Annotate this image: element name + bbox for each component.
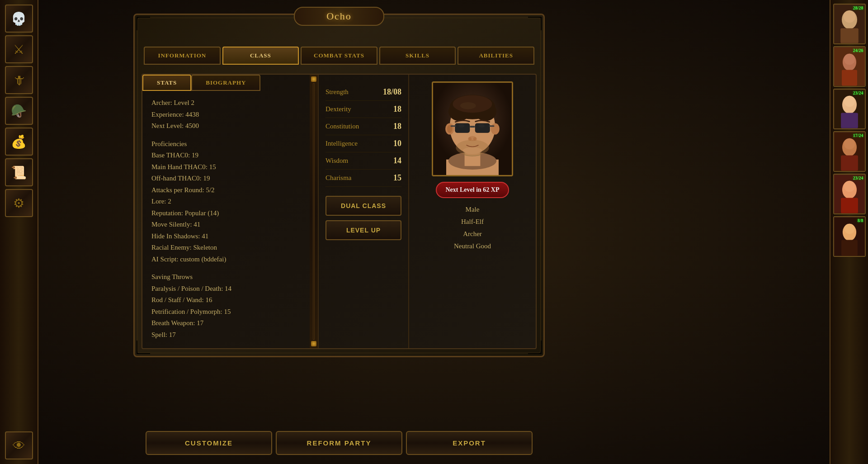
svg-rect-11 [841, 113, 858, 128]
party-slot-6[interactable]: 8/8 [833, 216, 866, 257]
petrification: Petrification / Polymorph: 15 [151, 306, 309, 318]
bottom-bar: CUSTOMIZE REFORM PARTY EXPORT [133, 431, 545, 455]
content-area: STATS BIOGRAPHY Archer: Level 2 Experien… [142, 74, 537, 349]
dual-class-button[interactable]: DUAL CLASS [326, 196, 401, 216]
svg-point-14 [844, 138, 855, 150]
svg-rect-46 [451, 125, 456, 127]
lore: Lore: 2 [151, 196, 309, 208]
stats-panel: Archer: Level 2 Experience: 4438 Next Le… [142, 75, 319, 348]
sub-tab-biography[interactable]: BIOGRAPHY [191, 75, 260, 91]
next-level: Next Level: 4500 [151, 120, 309, 132]
tab-bar: INFORMATION CLASS COMBAT STATS SKILLS AB… [144, 47, 534, 65]
attacks: Attacks per Round: 5/2 [151, 185, 309, 196]
swords-icon: ⚔ [13, 42, 24, 57]
tab-skills[interactable]: SKILLS [379, 47, 456, 65]
sidebar-skull-btn[interactable]: 💀 [5, 5, 33, 33]
svg-point-48 [458, 124, 465, 128]
attr-constitution-value: 18 [393, 122, 401, 131]
paralysis: Paralysis / Poison / Death: 14 [151, 283, 309, 295]
main-thac0: Main Hand THAC0: 15 [151, 161, 309, 173]
char-alignment: Neutral Good [454, 240, 491, 252]
svg-rect-23 [841, 240, 858, 256]
attr-wisdom-value: 14 [393, 156, 401, 166]
gear-icon: ⚙ [13, 196, 24, 211]
party-slot-5[interactable]: 23/24 [833, 174, 866, 214]
portrait-panel: Next Level in 62 XP Male Half-Elf Archer… [409, 75, 536, 348]
character-info: Male Half-Elf Archer Neutral Good [454, 204, 491, 252]
svg-rect-15 [841, 156, 858, 171]
sidebar-treasure-btn[interactable]: 💰 [5, 128, 33, 156]
attr-intelligence-label: Intelligence [326, 140, 358, 147]
export-button[interactable]: EXPORT [406, 431, 533, 455]
customize-button[interactable]: CUSTOMIZE [146, 431, 272, 455]
main-panel: Ocho INFORMATION CLASS COMBAT STATS SKIL… [133, 14, 545, 357]
attr-intelligence-value: 10 [393, 139, 401, 148]
sidebar-helm-btn[interactable]: 🪖 [5, 97, 33, 125]
dagger-icon: 🗡 [13, 73, 25, 88]
attr-dexterity-label: Dexterity [326, 105, 351, 113]
eye-icon: 👁 [13, 438, 25, 453]
helm-icon: 🪖 [11, 104, 27, 118]
left-sidebar: 💀 ⚔ 🗡 🪖 💰 📜 ⚙ 👁 [0, 0, 38, 464]
svg-rect-3 [840, 28, 859, 43]
svg-point-49 [479, 124, 485, 128]
sidebar-swords-btn[interactable]: ⚔ [5, 35, 33, 63]
svg-point-10 [844, 96, 855, 107]
tab-abilities[interactable]: ABILITIES [458, 47, 534, 65]
attr-intelligence: Intelligence 10 [326, 135, 401, 152]
reform-party-button[interactable]: REFORM PARTY [276, 431, 402, 455]
scroll-gem-bottom [311, 341, 316, 346]
experience: Experience: 4438 [151, 109, 309, 121]
party-slot-4[interactable]: 17/24 [833, 131, 866, 172]
right-sidebar: 28/28 24/26 23/24 [830, 0, 868, 464]
attr-charisma-label: Charisma [326, 174, 352, 182]
svg-point-22 [844, 224, 854, 234]
racial-enemy: Racial Enemy: Skeleton [151, 242, 309, 254]
tab-class[interactable]: CLASS [222, 47, 299, 65]
character-name: Ocho [326, 10, 352, 22]
scroll-bar[interactable] [310, 75, 318, 348]
scroll-gem-top [311, 76, 316, 82]
party-hp-3: 23/24 [853, 90, 863, 95]
svg-rect-7 [842, 70, 857, 86]
attributes-panel: Strength 18/08 Dexterity 18 Constitution… [319, 75, 409, 348]
proficiencies-header: Proficiencies [151, 138, 309, 150]
svg-rect-47 [489, 125, 495, 127]
party-slot-2[interactable]: 24/26 [833, 46, 866, 87]
sidebar-scroll-btn[interactable]: 📜 [5, 158, 33, 186]
tab-combat-stats[interactable]: COMBAT STATS [301, 47, 377, 65]
reputation: Reputation: Popular (14) [151, 208, 309, 219]
svg-point-2 [843, 11, 855, 23]
attr-dexterity-value: 18 [393, 104, 401, 114]
party-hp-2: 24/26 [853, 48, 863, 53]
attr-constitution: Constitution 18 [326, 118, 401, 135]
tab-information[interactable]: INFORMATION [144, 47, 221, 65]
svg-point-6 [844, 54, 855, 65]
sidebar-eye-btn[interactable]: 👁 [5, 431, 33, 459]
svg-point-52 [473, 137, 477, 141]
scroll-track [313, 83, 315, 340]
hide-shadows: Hide In Shadows: 41 [151, 231, 309, 242]
char-race: Half-Elf [454, 216, 491, 228]
sub-tab-stats[interactable]: STATS [142, 75, 191, 91]
party-slot-1[interactable]: 28/28 [833, 4, 866, 44]
attr-charisma: Charisma 15 [326, 170, 401, 187]
sidebar-dagger-btn[interactable]: 🗡 [5, 66, 33, 94]
svg-point-36 [460, 102, 476, 109]
party-hp-1: 28/28 [853, 5, 863, 10]
char-class: Archer [454, 228, 491, 240]
party-slot-3[interactable]: 23/24 [833, 89, 866, 129]
breath: Breath Weapon: 17 [151, 317, 309, 329]
sidebar-gear-btn[interactable]: ⚙ [5, 189, 33, 217]
party-hp-5: 23/24 [853, 175, 863, 180]
portrait-frame [432, 81, 513, 176]
attr-dexterity: Dexterity 18 [326, 101, 401, 118]
title-bar: Ocho [294, 7, 384, 26]
level-up-button[interactable]: LEVEL UP [326, 220, 401, 240]
svg-point-53 [463, 147, 482, 154]
party-hp-4: 17/24 [853, 133, 863, 138]
corner-tl [137, 17, 150, 30]
treasure-icon: 💰 [11, 134, 27, 149]
scroll-icon: 📜 [11, 165, 27, 180]
svg-point-51 [468, 137, 472, 141]
